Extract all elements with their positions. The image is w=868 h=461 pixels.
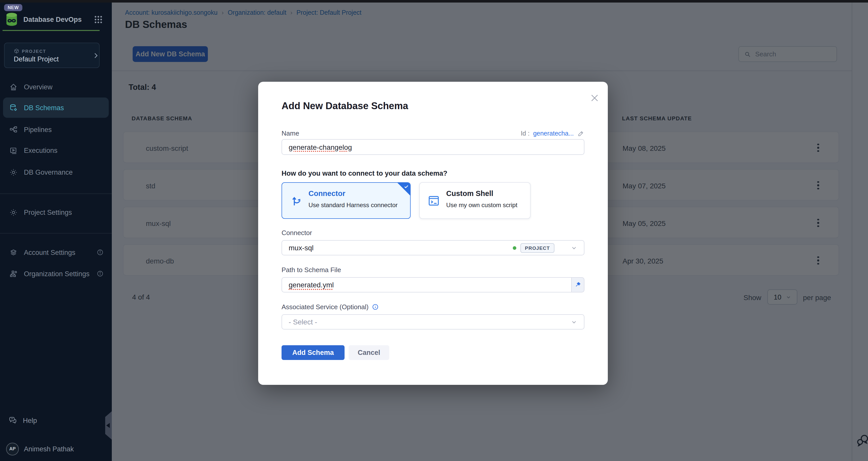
collapse-left-arrow-icon [106, 423, 110, 428]
option-title: Connector [308, 189, 345, 197]
sidebar-divider [0, 233, 112, 234]
add-schema-modal: Add New Database Schema Name Id : genera… [258, 82, 608, 385]
sidebar-item-label: DB Schemas [24, 104, 64, 111]
connect-question: How do you want to connect to your data … [282, 170, 447, 177]
sidebar-item-label: Account Settings [24, 249, 75, 256]
sidebar-item-db-schemas[interactable]: DB Schemas [3, 97, 109, 118]
service-label: Associated Service (Optional) [282, 303, 369, 311]
help-button[interactable]: Help [0, 410, 112, 431]
info-icon[interactable] [372, 304, 379, 310]
option-subtitle: Use standard Harness connector [308, 202, 398, 209]
option-card-connector[interactable]: Connector Use standard Harness connector [282, 182, 411, 219]
connector-value: mux-sql [289, 244, 314, 252]
close-icon[interactable] [590, 93, 600, 103]
gear-icon [9, 208, 18, 217]
database-devops-logo-icon [4, 12, 19, 27]
add-schema-button[interactable]: Add Schema [282, 345, 345, 360]
service-value: - Select - [289, 318, 317, 326]
path-input[interactable]: generated.yml [282, 277, 572, 292]
connector-select[interactable]: mux-sql PROJECT [282, 240, 584, 255]
app-window: NEW Database DevOps PROJECT [0, 0, 868, 461]
avatar: AP [6, 442, 19, 455]
chevron-down-icon [571, 319, 577, 325]
executions-icon [9, 146, 18, 155]
id-value-link[interactable]: generatecha... [533, 130, 574, 137]
name-label: Name [282, 129, 299, 137]
cancel-button[interactable]: Cancel [349, 345, 389, 360]
user-name: Animesh Pathak [24, 445, 74, 453]
app-title: Database DevOps [23, 16, 82, 23]
project-selector[interactable]: PROJECT Default Project [4, 43, 100, 68]
sidebar-item-db-governance[interactable]: DB Governance [0, 162, 112, 182]
path-label: Path to Schema File [282, 266, 341, 274]
main-content: Account: kurosakiichigo.songoku › Organi… [112, 3, 868, 461]
id-group: Id : generatecha... [521, 129, 584, 137]
info-icon [97, 270, 104, 277]
sidebar-item-account-settings[interactable]: Account Settings [0, 242, 112, 262]
project-name: Default Project [14, 55, 59, 63]
option-title: Custom Shell [446, 189, 493, 197]
sidebar-item-overview[interactable]: Overview [0, 77, 112, 97]
governance-gear-icon [9, 168, 18, 176]
sidebar-item-pipelines[interactable]: Pipelines [0, 119, 112, 140]
sidebar-item-label: Organization Settings [24, 270, 89, 277]
connector-branch-arrows-icon [289, 194, 303, 208]
option-subtitle: Use my own custom script [446, 202, 517, 209]
pipelines-icon [9, 125, 18, 134]
name-value: generate-changelog [289, 143, 352, 151]
associated-service-select[interactable]: - Select - [282, 314, 584, 330]
project-eyebrow: PROJECT [14, 48, 46, 54]
sidebar-item-label: Project Settings [24, 208, 72, 216]
home-icon [9, 83, 18, 91]
check-icon [404, 184, 409, 189]
layers-icon [9, 248, 18, 257]
chevron-right-icon [92, 52, 100, 59]
path-value: generated.yml [289, 281, 334, 289]
app-switcher-grid-icon[interactable] [94, 15, 103, 24]
help-label: Help [23, 417, 37, 424]
brand-divider [3, 30, 100, 31]
window-top-strip [0, 0, 868, 3]
thumbtack-icon [574, 281, 581, 288]
scope-tag: PROJECT [520, 243, 554, 253]
pin-runtime-input-button[interactable] [572, 277, 584, 292]
database-gear-icon [9, 103, 18, 112]
option-card-custom-shell[interactable]: Custom Shell Use my own custom script [419, 182, 531, 219]
cube-icon [14, 48, 19, 54]
help-chat-icon [8, 416, 17, 425]
connector-label: Connector [282, 229, 312, 237]
sidebar-item-project-settings[interactable]: Project Settings [0, 202, 112, 222]
id-prefix: Id : [521, 130, 530, 137]
org-structure-icon [9, 269, 18, 278]
sidebar-item-label: DB Governance [24, 168, 73, 176]
user-menu[interactable]: AP Animesh Pathak [0, 439, 112, 459]
modal-title: Add New Database Schema [282, 101, 408, 112]
sidebar-item-organization-settings[interactable]: Organization Settings [0, 264, 112, 284]
edit-id-pencil-icon[interactable] [577, 130, 584, 137]
terminal-icon [427, 194, 441, 208]
sidebar-item-label: Overview [24, 83, 53, 91]
new-badge: NEW [4, 4, 22, 11]
info-icon [97, 249, 104, 256]
chevron-down-icon [571, 244, 577, 251]
sidebar-divider [0, 193, 112, 194]
sidebar-item-executions[interactable]: Executions [0, 140, 112, 160]
sidebar-item-label: Pipelines [24, 126, 52, 133]
name-input[interactable]: generate-changelog [282, 139, 584, 155]
sidebar-item-label: Executions [24, 146, 57, 154]
sidebar: NEW Database DevOps PROJECT [0, 0, 112, 461]
connector-status-dot [513, 246, 516, 250]
